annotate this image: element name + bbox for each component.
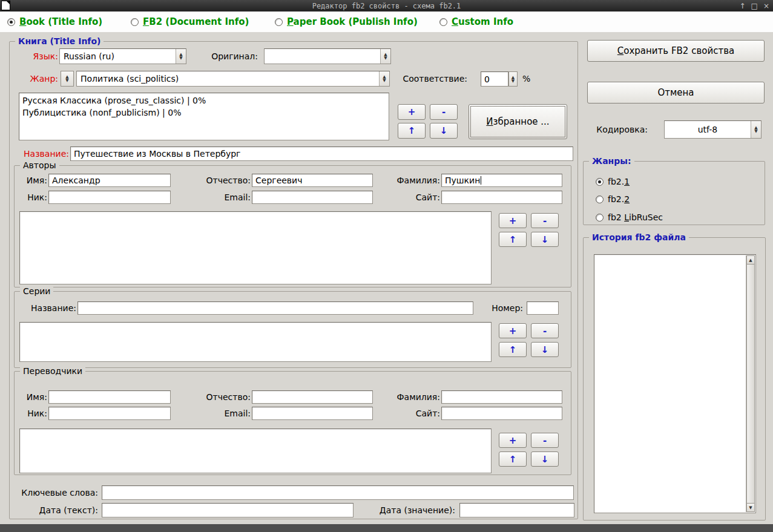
author-last-name-input[interactable]: Пушкин: [441, 174, 562, 187]
keywords-input[interactable]: [102, 485, 574, 500]
genre-label: Жанр:: [18, 71, 58, 87]
maximize-button[interactable]: □: [751, 2, 758, 10]
date-text-input[interactable]: [102, 503, 354, 517]
window-icon[interactable]: [1, 1, 10, 10]
genres-move-down-button[interactable]: ↓: [430, 123, 458, 139]
author-nick-input[interactable]: [48, 191, 171, 204]
window-controls: ↑ □ ×: [740, 0, 769, 11]
genre-spinner[interactable]: ▲ ▼: [61, 71, 74, 87]
authors-add-button[interactable]: +: [499, 213, 527, 228]
radio-icon: [275, 18, 283, 26]
schema-option-fb2-librusec[interactable]: fb2 LibRuSec: [596, 211, 663, 224]
label-accel: С: [617, 45, 623, 56]
label-accel: F: [143, 16, 149, 27]
translator-site-input[interactable]: [441, 407, 562, 420]
combo-arrows-icon: ▲▼: [176, 49, 186, 64]
authors-group: Авторы Имя: Александр Отчество: Сергееви…: [14, 165, 571, 287]
history-group: История fb2 файла ▲ ▼: [583, 237, 766, 521]
field-value: Сергеевич: [255, 176, 302, 185]
series-remove-button[interactable]: -: [531, 323, 559, 338]
schema-option-fb2-1[interactable]: fb2.1: [596, 175, 630, 188]
titlebar[interactable]: Редактор fb2 свойств - схема fb2.1: [0, 0, 773, 11]
genres-move-up-button[interactable]: ↑: [398, 123, 426, 139]
authors-move-down-button[interactable]: ↓: [531, 232, 559, 247]
translator-nick-input[interactable]: [48, 407, 171, 420]
author-site-input[interactable]: [441, 191, 562, 204]
series-add-button[interactable]: +: [499, 323, 527, 338]
series-move-down-button[interactable]: ↓: [531, 342, 559, 357]
book-title-label: Название:: [13, 146, 69, 161]
language-label: Язык:: [18, 48, 58, 64]
schema-option-fb2-2[interactable]: fb2.2: [596, 192, 630, 206]
date-text-label: Дата (текст):: [28, 503, 98, 517]
series-move-up-button[interactable]: ↑: [499, 342, 527, 357]
translators-move-down-button[interactable]: ↓: [531, 452, 559, 467]
translators-add-button[interactable]: +: [499, 433, 527, 448]
language-select[interactable]: Russian (ru) ▲▼: [59, 48, 186, 64]
tab-label: Book (Title Info): [19, 16, 102, 27]
original-select[interactable]: ▲▼: [264, 48, 391, 64]
translator-last-name-input[interactable]: [441, 390, 562, 404]
translator-middle-name-input[interactable]: [252, 390, 373, 404]
combo-down-icon: ▼: [384, 56, 387, 60]
genres-list[interactable]: Русская Классика (prose_rus_classic) | 0…: [19, 93, 389, 140]
genre-list-item[interactable]: Публицистика (nonf_publicism) | 0%: [22, 107, 386, 119]
author-email-input[interactable]: [252, 191, 373, 204]
label-accel: P: [287, 16, 294, 27]
history-list[interactable]: ▲ ▼: [594, 254, 756, 513]
date-value-label: Дата (значение):: [367, 503, 455, 517]
author-email-label: Email:: [190, 191, 251, 204]
save-fb2-button[interactable]: Сохранить FB2 свойства: [587, 40, 765, 62]
radio-icon: [596, 214, 604, 222]
group-legend: Жанры:: [589, 156, 634, 166]
tab-book-title-info[interactable]: Book (Title Info): [7, 15, 102, 28]
genre-list-item[interactable]: Русская Классика (prose_rus_classic) | 0…: [22, 94, 386, 107]
scrollbar-thumb[interactable]: [746, 264, 755, 503]
scroll-up-icon[interactable]: ▲: [746, 255, 755, 264]
scroll-down-icon[interactable]: ▼: [746, 503, 755, 512]
book-title-input[interactable]: Путешествие из Москвы в Петербург: [70, 146, 573, 161]
encoding-select[interactable]: utf-8 ▲▼: [664, 120, 761, 139]
radio-icon: [7, 18, 15, 26]
genres-remove-button[interactable]: -: [430, 104, 458, 120]
author-middle-name-input[interactable]: Сергеевич: [252, 174, 373, 187]
series-list[interactable]: [19, 322, 492, 362]
favorites-button[interactable]: Избранное ...: [469, 104, 567, 139]
tab-fb2-document-info[interactable]: FB2 (Document Info): [131, 15, 249, 28]
genres-add-button[interactable]: +: [398, 104, 426, 120]
label-text: ibRuSec: [629, 212, 663, 222]
genre-select[interactable]: Политика (sci_politics) ▲▼: [76, 71, 390, 87]
match-input[interactable]: 0: [481, 71, 508, 87]
date-value-input[interactable]: [459, 503, 574, 517]
window-resize-edge[interactable]: [0, 524, 773, 532]
author-middle-name-label: Отчество:: [190, 174, 251, 187]
tab-label: Paper Book (Publish Info): [287, 16, 418, 27]
authors-move-up-button[interactable]: ↑: [499, 232, 527, 247]
combo-arrows-icon: ▲▼: [379, 71, 389, 86]
series-name-input[interactable]: [77, 301, 473, 315]
history-scrollbar[interactable]: ▲ ▼: [746, 255, 755, 512]
tab-custom-info[interactable]: Custom Info: [439, 15, 513, 28]
authors-remove-button[interactable]: -: [531, 213, 559, 228]
shade-button[interactable]: ↑: [740, 2, 746, 10]
translator-site-label: Сайт:: [383, 407, 440, 420]
authors-list[interactable]: [19, 211, 492, 284]
translator-email-input[interactable]: [252, 407, 373, 420]
translators-move-up-button[interactable]: ↑: [499, 452, 527, 467]
cancel-button[interactable]: Отмена: [587, 82, 765, 103]
translator-nick-label: Ник:: [18, 407, 47, 420]
author-first-name-input[interactable]: Александр: [48, 174, 171, 187]
translator-last-name-label: Фамилия:: [383, 390, 440, 404]
author-last-name-label: Фамилия:: [383, 174, 440, 187]
encoding-label: Кодировка:: [590, 120, 648, 139]
series-number-input[interactable]: [527, 301, 559, 315]
tab-paper-book-publish-info[interactable]: Paper Book (Publish Info): [275, 15, 418, 28]
translators-remove-button[interactable]: -: [531, 433, 559, 448]
language-value: Russian (ru): [60, 51, 176, 61]
translator-first-name-input[interactable]: [48, 390, 171, 404]
close-button[interactable]: ×: [763, 2, 769, 10]
label-text: fb2.: [608, 177, 624, 186]
match-spinner[interactable]: ▲ ▼: [508, 71, 518, 87]
tab-label: Custom Info: [452, 16, 513, 27]
translators-list[interactable]: [19, 429, 492, 473]
